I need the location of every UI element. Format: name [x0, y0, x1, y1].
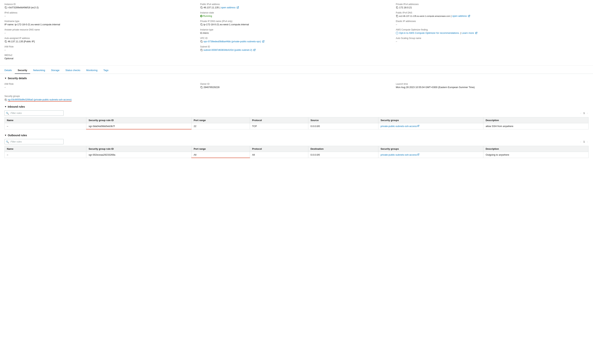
tab-networking[interactable]: Networking [30, 67, 48, 74]
outbound-row1-rule-id: sgr-002eceaa29233269a [86, 152, 191, 158]
svg-rect-0 [5, 7, 7, 8]
launch-time-value: Mon Aug 28 2023 10:55:04 GMT+0300 (Easte… [396, 86, 589, 89]
table-row: – sgr-002eceaa29233269a All All 0.0.0.0/… [5, 152, 589, 158]
private-ipv4-label: Private IPv4 addresses [396, 3, 589, 6]
inbound-pagination: ‹ 1 › [580, 111, 589, 115]
svg-rect-6 [397, 7, 398, 8]
sec-iam-role-value: – [4, 86, 197, 89]
elastic-ip-group: Elastic IP addresses – [396, 20, 589, 26]
tab-storage[interactable]: Storage [48, 67, 62, 74]
compute-optimizer-group: AWS Compute Optimizer finding i Opt-in t… [396, 28, 589, 34]
security-details-header[interactable]: ▼ Security details [4, 77, 589, 80]
owner-id-value: 284078529228 [200, 86, 393, 89]
elastic-ip-value: – [396, 23, 589, 26]
outbound-col-sg: Security groups [378, 146, 483, 152]
public-ipv4-value: 46.137.11.135 | open address [200, 6, 393, 9]
private-ipv4-group: Private IPv4 addresses 172.18.0.21 [396, 3, 589, 9]
auto-ip-group: Auto-assigned IP address 46.137.11.135 [… [4, 37, 197, 43]
outbound-filter-wrap: 🔍 [4, 139, 64, 144]
tab-status-checks[interactable]: Status checks [62, 67, 83, 74]
inbound-col-port: Port range [191, 117, 250, 123]
outbound-pagination: ‹ 1 › [580, 140, 589, 144]
instance-id-label: Instance ID [4, 3, 197, 6]
info-icon[interactable]: i [396, 32, 398, 34]
outbound-filter-input[interactable] [4, 139, 64, 144]
inbound-col-rule-id: Security group rule ID [86, 117, 191, 123]
copy-icon-priv-ip[interactable] [396, 6, 398, 9]
inbound-sg-link[interactable]: private-public-subnets-ssh-access [381, 125, 481, 128]
outbound-rules-header[interactable]: ▼ Outbound rules [4, 134, 589, 137]
outbound-sg-link[interactable]: private-public-subnets-ssh-access [381, 153, 481, 156]
inbound-filter-wrap: 🔍 [4, 110, 64, 116]
instance-state-group: Instance state Running [200, 12, 393, 17]
security-content: ▼ Security details IAM Role – Owner ID 2… [0, 74, 593, 161]
instance-state-label: Instance state [200, 12, 393, 14]
copy-icon[interactable] [4, 6, 7, 9]
autoscaling-group: Auto Scaling Group name – [396, 37, 589, 43]
vpc-link[interactable]: vpc-0738edea58dba44bb (private-public-su… [203, 40, 261, 43]
tab-security[interactable]: Security [15, 67, 30, 74]
copy-icon-subnet[interactable] [200, 49, 203, 51]
sg-link[interactable]: sg-03c9055b8fe3266a0 (private-public-sub… [8, 98, 72, 102]
outbound-row1-name: – [5, 152, 86, 158]
inbound-col-name: Name [5, 117, 86, 123]
public-ipv4-group: Public IPv4 address 46.137.11.135 | open… [200, 3, 393, 9]
copy-icon-auto-ip[interactable] [4, 40, 7, 43]
table-row: – sgr-0da04a56bb5eb3b7f 22 TCP 0.0.0.0/0… [5, 123, 589, 129]
pub-dns-open-link[interactable]: open address [452, 15, 467, 17]
open-address-link[interactable]: open address [221, 6, 236, 9]
outbound-prev-btn[interactable]: ‹ [580, 140, 582, 144]
inbound-prev-btn[interactable]: ‹ [580, 111, 582, 115]
sg-label: Security groups [4, 95, 589, 98]
instance-id-value: i-0cf73289e8d49df18 (ec2-2) [4, 6, 197, 9]
inbound-rules-table: Name Security group rule ID Port range P… [4, 117, 589, 129]
answer-dns-label: Answer private resource DNS name [4, 28, 197, 31]
svg-rect-9 [5, 99, 7, 101]
sec-iam-role-label: IAM Role [4, 83, 197, 85]
public-dns-label: Public IPv4 DNS [396, 12, 589, 14]
subnet-link[interactable]: subnet-00087d63834b41f2d (public-subnet-… [203, 49, 252, 51]
vpc-id-group: VPC ID vpc-0738edea58dba44bb (private-pu… [200, 37, 393, 43]
inbound-col-source: Source [308, 117, 378, 123]
copy-icon-owner[interactable] [200, 86, 203, 89]
ipv6-label: IPv6 address [4, 12, 197, 14]
inbound-rules-section: ▼ Inbound rules 🔍 ‹ 1 › Name Security gr… [4, 105, 589, 129]
learn-more-link[interactable]: Learn more [462, 32, 474, 34]
outbound-row1-desc: Outgoing to anywhere [483, 152, 589, 158]
outbound-col-port: Port range [191, 146, 250, 152]
col2: Public IPv4 address 46.137.11.135 | open… [200, 3, 393, 62]
copy-icon-priv-dns[interactable] [200, 23, 203, 26]
launch-time-group: Launch time Mon Aug 28 2023 10:55:04 GMT… [396, 83, 589, 89]
hostname-group: Hostname type IP name: ip-172-18-0-21.eu… [4, 20, 197, 26]
inbound-sg-ext-icon [417, 125, 419, 128]
tab-details[interactable]: Details [4, 67, 15, 74]
instance-id-group: Instance ID i-0cf73289e8d49df18 (ec2-2) [4, 3, 197, 9]
inbound-col-protocol: Protocol [250, 117, 308, 123]
copy-icon-sg[interactable] [4, 98, 7, 101]
tab-monitoring[interactable]: Monitoring [83, 67, 101, 74]
sg-link-container: sg-03c9055b8fe3266a0 (private-public-sub… [4, 98, 589, 102]
chevron-down-icon: ▼ [4, 77, 7, 79]
copy-icon-pub-dns[interactable] [396, 15, 398, 17]
iam-role-label: IAM Role [4, 46, 197, 48]
inbound-filter-input[interactable] [4, 110, 64, 116]
optimizer-link[interactable]: Opt-in to AWS Compute Optimizer for reco… [399, 32, 459, 34]
svg-rect-2 [201, 7, 202, 8]
outbound-col-protocol: Protocol [250, 146, 308, 152]
outbound-header-row: Name Security group rule ID Port range P… [5, 146, 589, 152]
inbound-next-btn[interactable]: › [586, 111, 589, 115]
instance-info-grid: Instance ID i-0cf73289e8d49df18 (ec2-2) … [0, 0, 593, 65]
outbound-next-btn[interactable]: › [586, 140, 589, 144]
private-ipv4-value: 172.18.0.21 [396, 6, 589, 9]
inbound-row1-rule-id: sgr-0da04a56bb5eb3b7f [86, 123, 191, 129]
ipv6-group: IPv6 address – [4, 12, 197, 17]
outbound-chevron-icon: ▼ [4, 134, 7, 136]
tab-tags[interactable]: Tags [100, 67, 111, 74]
outbound-row1-port: All [191, 152, 250, 158]
copy-icon-vpc[interactable] [200, 40, 203, 43]
inbound-row1-desc: allow SSH from anywhere [483, 123, 589, 129]
outbound-page-number: 1 [583, 140, 585, 143]
running-dot [200, 15, 202, 17]
inbound-rules-header[interactable]: ▼ Inbound rules [4, 105, 589, 108]
copy-icon-pub-ip[interactable] [200, 6, 203, 9]
